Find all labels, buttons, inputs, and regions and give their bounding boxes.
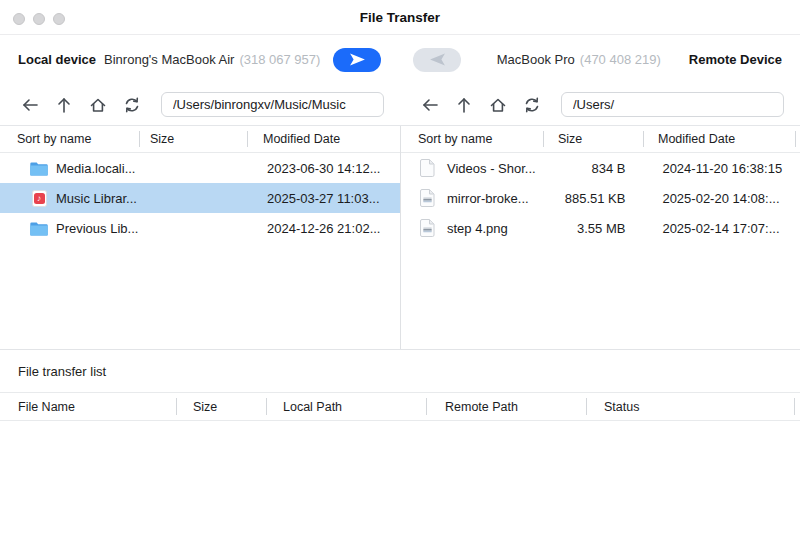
remote-size-header[interactable]: Size [544, 126, 644, 152]
remote-sort-by-name-header[interactable]: Sort by name [401, 126, 544, 152]
receive-arrow-icon [429, 53, 446, 66]
remote-device-label: Remote Device [689, 52, 782, 67]
file-name: Media.locali... [56, 161, 135, 176]
remote-modified-date-header[interactable]: Modified Date [644, 126, 796, 152]
file-modified-date: 2025-02-14 17:07:... [643, 213, 800, 243]
home-icon [89, 96, 107, 114]
remote-device-name: MacBook Pro [497, 52, 575, 67]
local-sort-by-name-header[interactable]: Sort by name [0, 126, 140, 152]
file-name: step 4.png [447, 221, 508, 236]
back-arrow-icon [21, 96, 39, 114]
file-size: 3.55 MB [544, 213, 644, 243]
remote-path-input[interactable] [561, 92, 784, 117]
home-icon [489, 96, 507, 114]
local-refresh-button[interactable] [120, 93, 143, 116]
folder-icon [30, 219, 48, 237]
transfer-list-section: File transfer list File Name Size Local … [0, 350, 800, 421]
toolbar-row [0, 84, 800, 126]
send-button[interactable] [333, 48, 381, 72]
window-title: File Transfer [0, 10, 800, 25]
status-header: Status [587, 393, 795, 420]
transfer-list-title: File transfer list [0, 350, 800, 392]
file-transfer-window: File Transfer Local device Binrong's Mac… [0, 0, 800, 560]
file-size [140, 153, 248, 183]
local-file-list: Media.locali...2023-06-30 14:12...♪Music… [0, 153, 400, 243]
file-name: Videos - Shor... [447, 161, 536, 176]
remote-file-list: Videos - Shor...834 B2024-11-20 16:38:15… [401, 153, 800, 243]
remote-toolbar [400, 84, 800, 125]
remote-up-button[interactable] [452, 93, 475, 116]
music-file-icon: ♪ [30, 189, 48, 207]
file-size: 885.51 KB [544, 183, 644, 213]
remote-column-headers: Sort by name Size Modified Date [401, 126, 800, 153]
file-size: 834 B [544, 153, 644, 183]
file-row[interactable]: step 4.png3.55 MB2025-02-14 17:07:... [401, 213, 800, 243]
local-path-header: Local Path [267, 393, 427, 420]
close-button[interactable] [13, 13, 25, 25]
file-row[interactable]: Previous Lib...2024-12-26 21:02... [0, 213, 400, 243]
local-column-headers: Sort by name Size Modified Date [0, 126, 400, 153]
remote-path-header: Remote Path [427, 393, 587, 420]
local-toolbar [0, 84, 400, 125]
transfer-list-headers: File Name Size Local Path Remote Path St… [0, 392, 800, 421]
local-modified-date-header[interactable]: Modified Date [248, 126, 400, 152]
file-modified-date: 2024-11-20 16:38:15 [643, 153, 800, 183]
receive-button[interactable] [413, 48, 461, 72]
document-icon [418, 159, 436, 177]
file-modified-date: 2025-03-27 11:03... [248, 183, 400, 213]
remote-back-button[interactable] [418, 93, 441, 116]
refresh-icon [523, 96, 541, 114]
remote-home-button[interactable] [486, 93, 509, 116]
back-arrow-icon [421, 96, 439, 114]
local-up-button[interactable] [52, 93, 75, 116]
file-name-header: File Name [0, 393, 177, 420]
file-modified-date: 2025-02-20 14:08:... [643, 183, 800, 213]
file-row[interactable]: Videos - Shor...834 B2024-11-20 16:38:15 [401, 153, 800, 183]
remote-device-id: (470 408 219) [580, 52, 661, 67]
local-home-button[interactable] [86, 93, 109, 116]
image-icon [418, 189, 436, 207]
minimize-button[interactable] [33, 13, 45, 25]
file-name: Music Librar... [56, 191, 137, 206]
refresh-icon [123, 96, 141, 114]
local-size-header[interactable]: Size [140, 126, 248, 152]
local-file-panel: Sort by name Size Modified Date Media.lo… [0, 126, 400, 349]
file-row[interactable]: ♪Music Librar...2025-03-27 11:03... [0, 183, 400, 213]
file-row[interactable]: mirror-broke...885.51 KB2025-02-20 14:08… [401, 183, 800, 213]
size-header: Size [177, 393, 267, 420]
folder-icon [30, 159, 48, 177]
device-bar: Local device Binrong's MacBook Air (318 … [0, 35, 800, 84]
file-modified-date: 2023-06-30 14:12... [248, 153, 400, 183]
file-row[interactable]: Media.locali...2023-06-30 14:12... [0, 153, 400, 183]
up-arrow-icon [455, 96, 473, 114]
local-device-id: (318 067 957) [239, 52, 320, 67]
local-device-name: Binrong's MacBook Air [104, 52, 234, 67]
title-bar: File Transfer [0, 0, 800, 35]
local-device-label: Local device [18, 52, 96, 67]
file-name: mirror-broke... [447, 191, 529, 206]
local-back-button[interactable] [18, 93, 41, 116]
send-arrow-icon [349, 53, 366, 66]
zoom-button[interactable] [53, 13, 65, 25]
traffic-lights [13, 13, 65, 25]
file-size [140, 183, 248, 213]
local-path-input[interactable] [161, 92, 384, 117]
file-modified-date: 2024-12-26 21:02... [248, 213, 400, 243]
file-name: Previous Lib... [56, 221, 138, 236]
image-icon [418, 219, 436, 237]
up-arrow-icon [55, 96, 73, 114]
file-size [140, 213, 248, 243]
remote-file-panel: Sort by name Size Modified Date Videos -… [400, 126, 800, 349]
file-panels: Sort by name Size Modified Date Media.lo… [0, 126, 800, 350]
remote-refresh-button[interactable] [520, 93, 543, 116]
